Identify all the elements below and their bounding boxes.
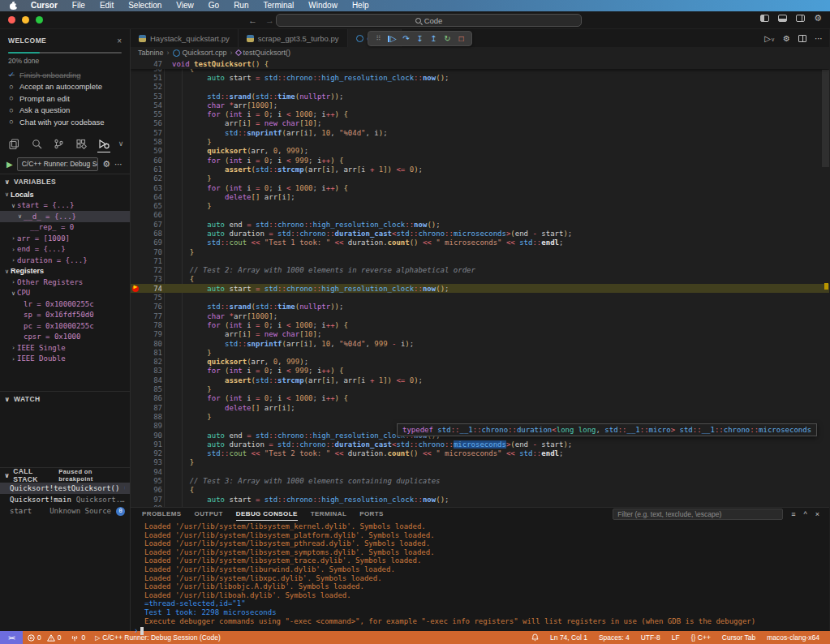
gear-icon[interactable]: ⚙	[783, 34, 790, 43]
code-line[interactable]: 78 for (int i = 0; i < 1000; i++) {	[131, 320, 829, 329]
code-line[interactable]: 85 }	[131, 384, 829, 393]
line-number[interactable]: 97	[143, 496, 162, 504]
code-line[interactable]: 80 std::snprintf(arr[i], 10, "%04d", 999…	[131, 339, 829, 348]
code-line[interactable]: 61 assert(std::strcmp(arr[i], arr[i + 1]…	[131, 165, 829, 174]
menu-item-run[interactable]: Run	[226, 0, 256, 11]
debug-console-prompt[interactable]: ›	[135, 626, 829, 635]
code-line[interactable]: 93 }	[131, 458, 829, 467]
variable-row[interactable]: ›Other Registers	[0, 277, 130, 288]
code-line[interactable]: 91 auto duration = std::chrono::duration…	[131, 440, 829, 449]
code-line[interactable]: 70 }	[131, 247, 829, 256]
continue-icon[interactable]: ▷	[385, 32, 399, 45]
code-line[interactable]: 94	[131, 467, 829, 476]
code-line[interactable]: 92 std::cout << "Test 2 took: " << durat…	[131, 449, 829, 457]
onboarding-step[interactable]: ○Chat with your codebase	[8, 116, 122, 128]
line-number[interactable]: 93	[143, 458, 162, 466]
variable-row[interactable]: ›duration = {...}	[0, 255, 130, 266]
line-number[interactable]: 68	[143, 230, 162, 238]
menu-item-help[interactable]: Help	[345, 0, 376, 11]
close-panel-icon[interactable]: ×	[815, 510, 819, 518]
stop-icon[interactable]: □	[454, 32, 468, 45]
line-number[interactable]: 70	[143, 248, 162, 256]
menu-item-view[interactable]: View	[169, 0, 201, 11]
step-over-icon[interactable]: ↷	[399, 32, 413, 45]
line-number[interactable]: 60	[143, 157, 162, 165]
code-editor[interactable]: 50 {51 auto start = std::chrono::high_re…	[131, 58, 829, 507]
code-line[interactable]: 87 delete[] arr[i];	[131, 403, 829, 412]
problems-status[interactable]: 0 0	[23, 633, 66, 642]
gear-icon[interactable]: ⚙	[102, 159, 110, 170]
line-number[interactable]: 73	[143, 275, 162, 283]
toggle-panel-icon[interactable]	[778, 15, 787, 22]
code-line[interactable]: 79 arr[i] = new char[10];	[131, 330, 829, 339]
line-number[interactable]: 65	[143, 202, 162, 210]
line-number[interactable]: 64	[143, 193, 162, 201]
filter-options-icon[interactable]: ≡	[791, 510, 795, 518]
code-line[interactable]: 76 std::srand(std::time(nullptr));	[131, 303, 829, 311]
panel-tab-output[interactable]: OUTPUT	[195, 508, 223, 521]
menu-item-selection[interactable]: Selection	[121, 0, 169, 11]
code-line[interactable]: 67 auto end = std::chrono::high_resoluti…	[131, 220, 829, 229]
restart-icon[interactable]: ↻	[441, 32, 454, 45]
line-number[interactable]: 66	[143, 211, 162, 219]
onboarding-step[interactable]: ○Accept an autocomplete	[8, 81, 122, 93]
step-into-icon[interactable]: ↧	[413, 32, 427, 45]
variable-row[interactable]: sp = 0x16fdf50d0	[0, 310, 130, 321]
variable-row[interactable]: lr = 0x10000255c	[0, 298, 130, 310]
apple-icon[interactable]	[10, 2, 17, 10]
more-actions-icon[interactable]: ⋯	[815, 34, 823, 43]
code-line[interactable]: 56 arr[i] = new char[10];	[131, 119, 829, 128]
zoom-window-button[interactable]	[36, 16, 43, 24]
variable-row[interactable]: cpsr = 0x1000	[0, 332, 130, 343]
customize-layout-icon[interactable]: ⚙	[814, 15, 822, 22]
line-number[interactable]: 61	[143, 165, 162, 174]
line-number[interactable]: 53	[143, 92, 162, 101]
line-number[interactable]: 63	[143, 184, 162, 192]
call-stack-frame[interactable]: startUnknown Source0	[0, 505, 130, 517]
menu-item-edit[interactable]: Edit	[92, 0, 121, 11]
onboarding-step[interactable]: ○Prompt an edit	[8, 92, 122, 105]
close-window-button[interactable]	[8, 16, 15, 24]
code-line[interactable]: 68 auto duration = std::chrono::duration…	[131, 229, 829, 238]
line-number[interactable]: 59	[143, 147, 162, 155]
code-line[interactable]: 83 for (int i = 0; i < 999; i++) {	[131, 367, 829, 376]
code-line[interactable]: 98	[131, 504, 829, 507]
toggle-primary-sidebar-icon[interactable]	[760, 15, 769, 22]
line-number[interactable]: 54	[143, 101, 162, 109]
breadcrumb-item[interactable]: testQuicksort()	[236, 49, 291, 57]
variable-row[interactable]: ∨start = {...}	[0, 200, 130, 212]
code-line[interactable]: 71	[131, 256, 829, 265]
code-line[interactable]: 73 {	[131, 275, 829, 284]
code-line[interactable]: 69 std::cout << "Test 1 took: " << durat…	[131, 238, 829, 247]
panel-tab-terminal[interactable]: TERMINAL	[311, 508, 347, 521]
line-number[interactable]: 71	[143, 257, 162, 265]
sticky-scroll-line[interactable]: 47 void testQuicksort() {	[131, 58, 829, 69]
code-line[interactable]: 55 for (int i = 0; i < 1000; i++) {	[131, 109, 829, 118]
run-and-debug-icon[interactable]	[96, 135, 112, 152]
editor-tab[interactable]: scrape_gpt3.5_turbo.py	[239, 29, 348, 47]
maximize-panel-icon[interactable]: ^	[804, 510, 807, 518]
editor-scrollbar[interactable]	[822, 70, 829, 167]
toggle-secondary-sidebar-icon[interactable]	[796, 15, 805, 22]
menu-item-cursor[interactable]: Cursor	[24, 0, 65, 11]
menu-item-go[interactable]: Go	[201, 0, 226, 11]
code-line[interactable]: 95 // Test 3: Array with 1000 elements c…	[131, 476, 829, 485]
code-line[interactable]: 82 quicksort(arr, 0, 999);	[131, 358, 829, 367]
line-number[interactable]: 96	[143, 486, 162, 494]
line-number[interactable]: 52	[143, 83, 162, 91]
call-stack-header[interactable]: ∨ CALL STACK Paused on breakpoint	[0, 468, 130, 483]
variable-row[interactable]: ›IEEE Double	[0, 354, 130, 365]
code-line[interactable]: 77 char *arr[1000];	[131, 311, 829, 320]
line-number[interactable]: 69	[143, 238, 162, 247]
variable-row[interactable]: ∨CPU	[0, 288, 130, 299]
more-actions-icon[interactable]: ⋯	[114, 160, 123, 169]
line-number[interactable]: 90	[143, 431, 162, 440]
code-line[interactable]: 96 {	[131, 486, 829, 495]
minimize-window-button[interactable]	[22, 16, 29, 24]
line-number[interactable]: 56	[143, 119, 162, 127]
line-number[interactable]: 79	[143, 330, 162, 338]
extensions-icon[interactable]	[74, 135, 90, 152]
line-number[interactable]: 95	[143, 477, 162, 485]
start-debug-icon[interactable]: ▶	[6, 160, 13, 169]
code-line[interactable]: 62 }	[131, 174, 829, 183]
